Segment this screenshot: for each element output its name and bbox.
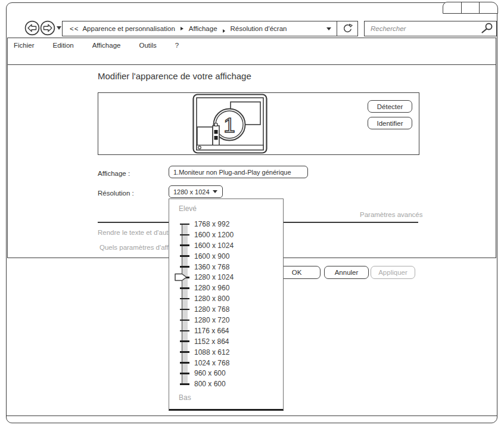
menu-item[interactable]: ? [175, 42, 179, 49]
breadcrumb-item-resolution[interactable]: Résolution d'écran [231, 25, 287, 32]
resolution-option[interactable]: 1360 x 768 [169, 262, 283, 272]
back-button[interactable] [24, 20, 40, 36]
resolution-option-label: 960 x 600 [194, 369, 226, 377]
resolution-option-label: 1768 x 992 [194, 220, 229, 228]
resolution-slider: 1768 x 992 1600 x 1200 [169, 219, 283, 389]
slider-low-label: Bas [179, 393, 191, 402]
display-preview-panel: 1 Détecter Identifier [98, 92, 419, 155]
resolution-option[interactable]: 1024 x 768 [169, 358, 283, 368]
which-settings-link[interactable]: Quels paramètres d'affic [99, 244, 173, 251]
address-dropdown-icon[interactable] [326, 27, 331, 30]
detect-button[interactable]: Détecter [368, 100, 412, 113]
forward-button[interactable] [40, 20, 55, 36]
resolution-option[interactable]: 1768 x 992 [169, 219, 283, 230]
resolution-option[interactable]: 1600 x 900 [169, 251, 283, 262]
slider-tick-icon [180, 330, 189, 332]
menu-item[interactable]: Affichage [92, 42, 121, 49]
history-dropdown-icon[interactable] [57, 26, 61, 30]
breadcrumb-collapse[interactable]: << [70, 25, 79, 32]
menu-bar: Fichier Edition Affichage Outils ? [14, 42, 179, 49]
slider-tick-icon [180, 340, 189, 342]
search-bar [364, 21, 497, 36]
menu-item[interactable]: Outils [139, 42, 156, 49]
page-title: Modifier l'apparence de votre affichage [98, 71, 251, 81]
resolution-option[interactable]: 960 x 600 [169, 368, 283, 379]
resolution-option[interactable]: 1280 x 960 [169, 283, 283, 293]
resolution-option-label: 1152 x 864 [194, 337, 229, 346]
menu-item[interactable]: Fichier [14, 42, 35, 49]
resolution-option-label: 1600 x 1024 [194, 241, 234, 250]
resolution-option-label: 1280 x 1024 [194, 273, 234, 281]
slider-tick-icon [180, 298, 189, 300]
resolution-option[interactable]: 1280 x 720 [169, 315, 283, 325]
cancel-button[interactable]: Annuler [324, 266, 369, 279]
identify-button[interactable]: Identifier [368, 117, 412, 129]
resolution-option[interactable]: 1280 x 1024 [169, 272, 283, 283]
chevron-down-icon [213, 190, 217, 193]
menu-divider [8, 64, 496, 65]
display-field-label: Affichage : [98, 170, 130, 177]
slider-handle-icon[interactable] [175, 273, 188, 281]
monitor-number: 1 [223, 113, 235, 137]
monitor-preview-icon[interactable]: 1 [192, 94, 267, 154]
resolution-field-label: Résolution : [98, 190, 134, 197]
resolution-option-label: 1280 x 768 [194, 305, 229, 314]
resolution-option-label: 1280 x 800 [194, 294, 229, 303]
slider-tick-icon [180, 320, 189, 321]
display-select-value: 1.Moniteur non Plug-and-Play générique [173, 169, 291, 176]
slider-tick-icon [180, 351, 189, 353]
advanced-settings-link[interactable]: Paramètres avancés [360, 211, 422, 218]
resolution-option[interactable]: 1280 x 800 [169, 293, 283, 304]
resolution-option-label: 1176 x 664 [194, 327, 229, 335]
resolution-dropdown-panel: Elevé 1768 x 992 [169, 199, 284, 411]
slider-tick-icon [180, 266, 189, 268]
resolution-option-label: 1280 x 960 [194, 284, 229, 292]
text-size-link[interactable]: Rendre le texte et d'autre [98, 229, 175, 236]
resolution-option[interactable]: 1600 x 1024 [169, 240, 283, 251]
search-input[interactable] [365, 25, 480, 32]
slider-tick-icon [180, 383, 189, 385]
resolution-select-value: 1280 x 1024 [173, 188, 210, 196]
slider-tick-icon [180, 362, 189, 364]
resolution-option[interactable]: 1176 x 664 [169, 325, 283, 336]
slider-tick-icon [180, 234, 189, 236]
slider-tick-icon [180, 373, 189, 374]
slider-tick-icon [180, 224, 189, 225]
breadcrumb-item-apparence[interactable]: Apparence et personnalisation [82, 25, 175, 32]
display-select[interactable]: 1.Moniteur non Plug-and-Play générique [169, 166, 308, 178]
resolution-option-label: 1600 x 900 [194, 252, 229, 261]
slider-tick-icon [180, 244, 189, 246]
menu-item[interactable]: Edition [53, 42, 74, 49]
window-controls [443, 2, 498, 14]
window-close-button[interactable] [480, 2, 497, 13]
resolution-option[interactable]: 1280 x 768 [169, 304, 283, 315]
resolution-option-label: 1360 x 768 [194, 263, 229, 271]
breadcrumb-arrow-icon[interactable] [223, 29, 225, 33]
window-minimize-button[interactable] [443, 2, 462, 13]
search-icon[interactable] [480, 22, 493, 35]
refresh-button[interactable] [337, 21, 357, 36]
window-maximize-button[interactable] [462, 2, 480, 13]
resolution-option[interactable]: 800 x 600 [169, 379, 283, 389]
resolution-select[interactable]: 1280 x 1024 [169, 185, 223, 198]
breadcrumb-arrow-icon[interactable] [181, 27, 183, 30]
slider-high-label: Elevé [179, 204, 197, 213]
breadcrumb-item-affichage[interactable]: Affichage [189, 25, 217, 32]
slider-tick-icon [180, 309, 189, 311]
resolution-option-label: 1280 x 720 [194, 316, 229, 324]
resolution-option[interactable]: 1152 x 864 [169, 336, 283, 347]
resolution-option-label: 1600 x 1200 [194, 231, 234, 239]
resolution-option-label: 1024 x 768 [194, 359, 229, 367]
resolution-option-label: 800 x 600 [194, 380, 226, 388]
breadcrumb: << Apparence et personnalisation Afficha… [62, 21, 358, 36]
slider-tick-icon [180, 255, 189, 257]
refresh-icon [341, 23, 353, 35]
resolution-option-label: 1088 x 612 [194, 348, 229, 356]
apply-button[interactable]: Appliquer [371, 266, 415, 279]
resolution-option[interactable]: 1088 x 612 [169, 347, 283, 358]
status-bar-divider [7, 416, 497, 416]
resolution-option[interactable]: 1600 x 1200 [169, 230, 283, 240]
slider-tick-icon [180, 287, 189, 289]
